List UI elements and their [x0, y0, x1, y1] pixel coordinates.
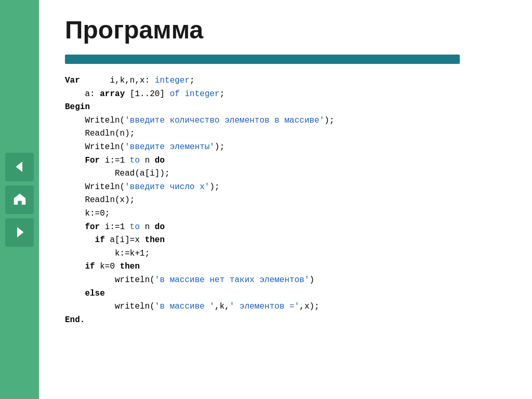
left-sidebar [0, 0, 39, 399]
back-icon [12, 159, 28, 175]
main-content: Программа Var i,k,n,x: integer; a: array… [39, 0, 532, 399]
forward-button[interactable] [5, 218, 34, 247]
forward-icon [12, 224, 28, 240]
slide-container: Программа Var i,k,n,x: integer; a: array… [0, 0, 532, 399]
slide-title: Программа [65, 16, 506, 44]
code-block: Var i,k,n,x: integer; a: array [1..20] o… [65, 74, 506, 327]
home-button[interactable] [5, 185, 34, 214]
svg-marker-0 [16, 162, 22, 172]
divider-bar [65, 55, 460, 64]
home-icon [12, 192, 28, 207]
svg-marker-1 [17, 227, 24, 237]
back-button[interactable] [5, 153, 34, 181]
